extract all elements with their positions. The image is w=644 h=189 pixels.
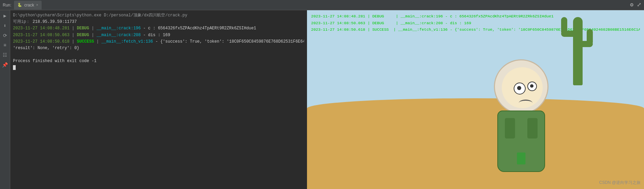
- character-body-detail-right: [527, 118, 538, 139]
- character-body-detail-left: [505, 118, 515, 139]
- ip-line: 可用ip： 218.95.39.59:11737: [13, 19, 304, 25]
- exit-line: Process finished with exit code -1: [13, 58, 304, 64]
- cursor-line: [13, 65, 304, 71]
- character-head: [494, 59, 548, 114]
- cactus-arm-left: [561, 31, 573, 37]
- scroll-icon[interactable]: ≡: [3, 42, 7, 49]
- python-icon: 🐍: [17, 3, 22, 7]
- character-face: [502, 67, 543, 108]
- console-panel: D:\python\pycharm\Scripts\python.exe D:/…: [10, 10, 307, 189]
- top-right-controls: ⚙ ⤢: [630, 1, 641, 8]
- settings-icon[interactable]: ⚙: [630, 1, 633, 8]
- console-content: D:\python\pycharm\Scripts\python.exe D:/…: [10, 10, 307, 189]
- cactus-arm-right: [583, 41, 593, 47]
- character-body-badge: [517, 152, 526, 164]
- illustration-area: 2023-11-27 14:08:48.281 | DEBUG | __main…: [307, 10, 644, 189]
- character-helmet: [494, 59, 548, 114]
- command-line: D:\python\pycharm\Scripts\python.exe D:/…: [13, 12, 304, 19]
- character-body: [497, 111, 545, 172]
- cactus: [573, 17, 583, 85]
- ground: [307, 108, 644, 189]
- debug-line-1: 2023-11-27 14:08:48.281 | DEBUG | __main…: [13, 25, 304, 32]
- continuation-line: 'result': None, 'retry': 0}: [13, 45, 304, 52]
- ground-wave: [307, 98, 644, 119]
- character-eye-left: [514, 83, 526, 94]
- run-label: Run:: [3, 3, 11, 8]
- stop-icon[interactable]: ⬇: [3, 22, 7, 29]
- tab-bar: Run: 🐍 crack × ⚙ ⤢: [0, 0, 644, 10]
- tab-close-button[interactable]: ×: [36, 3, 38, 7]
- watermark: CSDN @逆向学习之旅: [599, 180, 641, 186]
- cactus-main-trunk: [573, 17, 583, 85]
- debug-line-2: 2023-11-27 14:08:50.063 | DEBUG | __main…: [13, 32, 304, 39]
- main-layout: ▶ ⬇ ⟳ ≡ ☷ 📌 D:\python\pycharm\Scripts\py…: [0, 10, 644, 189]
- blank-line: [13, 52, 304, 58]
- cursor: [13, 65, 16, 70]
- character: [494, 59, 548, 172]
- filter-icon[interactable]: ☷: [2, 52, 8, 59]
- crack-tab[interactable]: 🐍 crack ×: [14, 1, 42, 10]
- expand-icon[interactable]: ⤢: [637, 1, 641, 8]
- pin-icon[interactable]: 📌: [1, 61, 9, 69]
- character-eye-right: [527, 82, 537, 91]
- desert-background: [307, 10, 644, 189]
- tab-name: crack: [24, 3, 34, 8]
- run-icon[interactable]: ▶: [3, 12, 7, 19]
- sidebar: ▶ ⬇ ⟳ ≡ ☷ 📌: [0, 10, 10, 189]
- success-line: 2023-11-27 14:08:50.618 | SUCCESS | __ma…: [13, 39, 304, 45]
- character-mouth: [519, 100, 532, 106]
- rerun-icon[interactable]: ⟳: [2, 32, 8, 39]
